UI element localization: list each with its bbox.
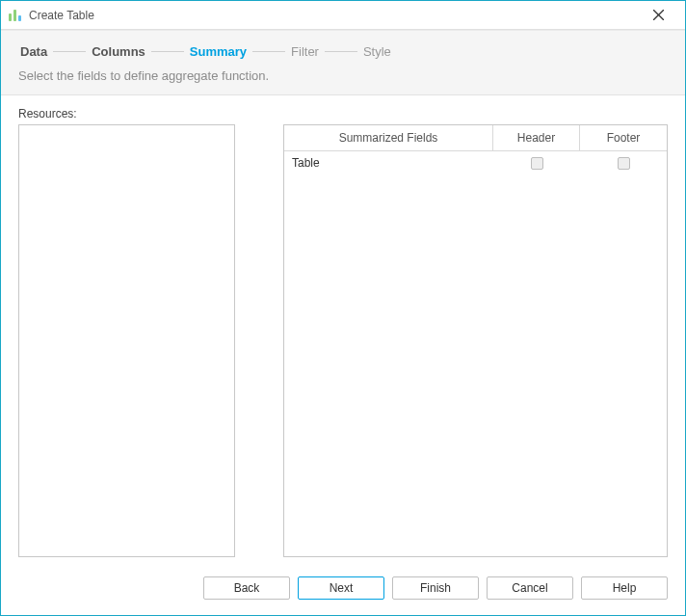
back-button[interactable]: Back (203, 576, 290, 600)
button-bar: Back Next Finish Cancel Help (1, 565, 685, 615)
step-separator (325, 51, 357, 52)
help-button[interactable]: Help (581, 576, 668, 600)
row-footer-cell (580, 152, 667, 174)
grid-header-row: Summarized Fields Header Footer (284, 125, 667, 151)
resources-listbox[interactable] (18, 124, 235, 557)
wizard-header: Data Columns Summary Filter Style Select… (1, 30, 685, 95)
dialog-window: Create Table Data Columns Summary Filter… (0, 0, 686, 616)
column-header-summarized-fields[interactable]: Summarized Fields (284, 125, 493, 151)
footer-checkbox[interactable] (618, 157, 630, 170)
column-header-footer[interactable]: Footer (580, 125, 667, 151)
step-separator (53, 51, 86, 52)
window-title: Create Table (29, 9, 94, 22)
resources-label: Resources: (18, 107, 668, 121)
close-icon (653, 10, 664, 20)
step-columns[interactable]: Columns (90, 44, 147, 59)
app-bars-icon (9, 10, 23, 21)
step-separator (151, 51, 184, 52)
step-separator (252, 51, 285, 52)
step-filter[interactable]: Filter (289, 44, 321, 59)
finish-button[interactable]: Finish (392, 576, 479, 600)
summary-grid: Summarized Fields Header Footer Table (283, 124, 668, 557)
row-header-cell (493, 152, 580, 174)
panes-row: Summarized Fields Header Footer Table (18, 124, 668, 557)
wizard-steps: Data Columns Summary Filter Style (18, 44, 668, 59)
row-name-cell[interactable]: Table (284, 151, 493, 174)
step-summary[interactable]: Summary (188, 44, 249, 59)
cancel-button[interactable]: Cancel (487, 576, 573, 600)
column-header-header[interactable]: Header (493, 125, 580, 151)
close-button[interactable] (639, 2, 677, 29)
wizard-subtitle: Select the fields to define aggregate fu… (18, 68, 668, 83)
table-row: Table (284, 151, 667, 174)
header-checkbox[interactable] (531, 157, 543, 170)
titlebar: Create Table (1, 1, 685, 30)
content-area: Resources: Summarized Fields Header Foot… (1, 95, 685, 565)
next-button[interactable]: Next (298, 576, 384, 600)
step-data[interactable]: Data (18, 44, 49, 59)
step-style[interactable]: Style (361, 44, 393, 59)
